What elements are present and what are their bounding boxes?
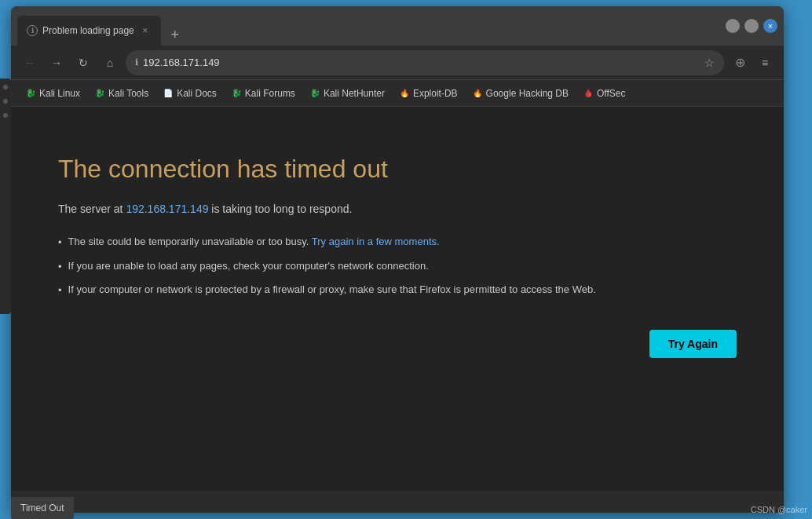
- error-list-item-3: If your computer or network is protected…: [58, 282, 737, 298]
- error-list-item-1-text: The site could be temporarily unavailabl…: [68, 234, 440, 250]
- title-bar: ℹ Problem loading page × + ×: [11, 6, 784, 46]
- status-text: Timed Out: [20, 503, 64, 514]
- bookmark-exploit-db[interactable]: 🔥 Exploit-DB: [393, 85, 464, 102]
- bookmark-kali-tools[interactable]: 🐉 Kali Tools: [88, 85, 155, 102]
- error-address-link[interactable]: 192.168.171.149: [126, 203, 208, 215]
- error-list-item-2-text: If you are unable to load any pages, che…: [68, 258, 429, 274]
- minimize-button[interactable]: [726, 19, 740, 33]
- bookmark-star-icon[interactable]: ☆: [704, 57, 715, 69]
- menu-button[interactable]: ≡: [754, 52, 776, 74]
- sidebar-dot-3: [3, 113, 8, 118]
- try-again-section: Try Again: [58, 330, 737, 358]
- offsec-favicon: 🩸: [583, 88, 594, 99]
- save-to-pocket-button[interactable]: ⊕: [729, 52, 751, 74]
- kali-forums-favicon: 🐉: [231, 88, 242, 99]
- bookmark-kali-linux-label: Kali Linux: [39, 88, 80, 99]
- error-subtitle-suffix: is taking too long to respond.: [208, 203, 352, 215]
- bookmark-offsec-label: OffSec: [597, 88, 625, 99]
- maximize-button[interactable]: [744, 19, 759, 33]
- status-bar: Timed Out: [11, 497, 74, 519]
- sidebar-dot-1: [3, 85, 8, 90]
- kali-tools-favicon: 🐉: [94, 88, 105, 99]
- error-list: The site could be temporarily unavailabl…: [58, 234, 737, 298]
- google-hacking-db-favicon: 🔥: [472, 88, 483, 99]
- bookmark-google-hacking-db[interactable]: 🔥 Google Hacking DB: [466, 85, 575, 102]
- reload-button[interactable]: ↻: [72, 52, 94, 74]
- kali-linux-favicon: 🐉: [25, 88, 36, 99]
- page-content: The connection has timed out The server …: [11, 107, 784, 491]
- error-list-item-1: The site could be temporarily unavailabl…: [58, 234, 737, 250]
- close-button[interactable]: ×: [763, 19, 777, 33]
- new-tab-button[interactable]: +: [164, 24, 186, 46]
- sidebar-dot-2: [3, 99, 8, 104]
- tab-title: Problem loading page: [42, 25, 134, 36]
- error-title: The connection has timed out: [58, 154, 737, 184]
- bookmark-google-hacking-db-label: Google Hacking DB: [486, 88, 569, 99]
- try-again-link[interactable]: Try again in a few moments.: [312, 236, 440, 247]
- error-list-item-2: If you are unable to load any pages, che…: [58, 258, 737, 275]
- bookmark-kali-nethunter-label: Kali NetHunter: [324, 88, 385, 99]
- active-tab[interactable]: ℹ Problem loading page ×: [17, 16, 161, 46]
- exploit-db-favicon: 🔥: [399, 88, 410, 99]
- bookmark-kali-linux[interactable]: 🐉 Kali Linux: [19, 85, 86, 102]
- tab-info-icon: ℹ: [27, 25, 38, 36]
- home-button[interactable]: ⌂: [99, 52, 121, 74]
- bookmark-offsec[interactable]: 🩸 OffSec: [576, 85, 631, 102]
- bookmarks-bar: 🐉 Kali Linux 🐉 Kali Tools 📄 Kali Docs 🐉 …: [11, 80, 784, 107]
- bookmark-kali-nethunter[interactable]: 🐉 Kali NetHunter: [303, 85, 391, 102]
- address-bar[interactable]: ℹ 192.168.171.149 ☆: [126, 50, 724, 75]
- bookmark-kali-forums-label: Kali Forums: [245, 88, 295, 99]
- error-list-item-3-text: If your computer or network is protected…: [68, 282, 596, 298]
- browser-window: ℹ Problem loading page × + × ← → ↻ ⌂ ℹ 1…: [11, 6, 784, 513]
- tab-close-button[interactable]: ×: [139, 24, 152, 37]
- window-controls: ×: [726, 19, 777, 33]
- back-button[interactable]: ←: [19, 52, 41, 74]
- bookmark-kali-docs[interactable]: 📄 Kali Docs: [156, 85, 223, 102]
- kali-nethunter-favicon: 🐉: [309, 88, 320, 99]
- kali-docs-favicon: 📄: [163, 88, 174, 99]
- address-text: 192.168.171.149: [143, 57, 700, 68]
- tab-area: ℹ Problem loading page × +: [17, 6, 722, 46]
- bookmark-kali-docs-label: Kali Docs: [177, 88, 217, 99]
- bookmark-exploit-db-label: Exploit-DB: [413, 88, 458, 99]
- nav-bar: ← → ↻ ⌂ ℹ 192.168.171.149 ☆ ⊕ ≡: [11, 46, 784, 80]
- watermark: CSDN @caker: [751, 505, 807, 514]
- bookmark-kali-tools-label: Kali Tools: [108, 88, 148, 99]
- error-subtitle-prefix: The server at: [58, 203, 126, 215]
- bookmark-kali-forums[interactable]: 🐉 Kali Forums: [225, 85, 302, 102]
- left-sidebar: [0, 79, 11, 314]
- try-again-button[interactable]: Try Again: [649, 330, 737, 358]
- nav-right-buttons: ⊕ ≡: [729, 52, 776, 74]
- forward-button[interactable]: →: [46, 52, 68, 74]
- protocol-icon: ℹ: [135, 57, 138, 68]
- error-subtitle: The server at 192.168.171.149 is taking …: [58, 203, 737, 215]
